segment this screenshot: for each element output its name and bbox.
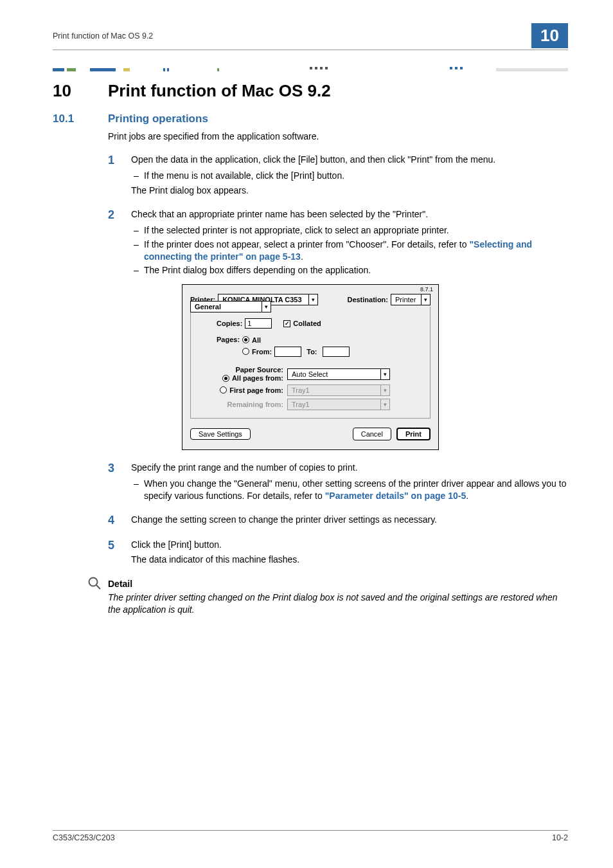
section-heading: 10Print function of Mac OS 9.2 bbox=[53, 81, 568, 101]
header-rule bbox=[53, 50, 568, 50]
subsection-title: Printing operations bbox=[108, 113, 208, 125]
step-2: 2 Check that an appropriate printer name… bbox=[108, 208, 568, 276]
updown-icon: ▾ bbox=[380, 399, 389, 410]
updown-icon: ▾ bbox=[380, 369, 389, 379]
step-1: 1 Open the data in the application, clic… bbox=[108, 154, 568, 197]
page-footer: C353/C253/C203 10-2 bbox=[53, 830, 568, 842]
paper-source-all-label: Paper Source: All pages from: bbox=[197, 366, 287, 383]
step-4-number: 4 bbox=[108, 514, 131, 527]
svg-point-0 bbox=[89, 577, 98, 586]
step-4-text: Change the setting screen to change the … bbox=[131, 514, 568, 526]
detail-title: Detail bbox=[108, 579, 568, 589]
pages-to-label: To: bbox=[306, 348, 317, 356]
section-title: Print function of Mac OS 9.2 bbox=[108, 81, 331, 100]
footer-right: 10-2 bbox=[552, 833, 568, 842]
step-5: 5 Click the [Print] button. The data ind… bbox=[108, 539, 568, 566]
step-5-number: 5 bbox=[108, 539, 131, 566]
destination-label: Destination: bbox=[347, 296, 388, 303]
all-pages-popup[interactable]: Auto Select▾ bbox=[287, 368, 390, 380]
subsection-heading: 10.1Printing operations bbox=[53, 113, 568, 125]
step-3-number: 3 bbox=[108, 462, 131, 502]
pages-label: Pages: bbox=[217, 336, 240, 343]
updown-icon: ▾ bbox=[262, 302, 271, 312]
detail-text: The printer driver setting changed on th… bbox=[108, 592, 568, 616]
first-page-popup: Tray1▾ bbox=[287, 384, 390, 396]
step-2-bullet-1: If the selected printer is not appropria… bbox=[131, 224, 568, 237]
cancel-button[interactable]: Cancel bbox=[353, 428, 391, 440]
step-2-number: 2 bbox=[108, 208, 131, 276]
step-3-bullet-1: When you change the "General" menu, othe… bbox=[131, 478, 568, 502]
decoration-bar bbox=[53, 64, 568, 75]
pages-all-radio[interactable]: All bbox=[242, 336, 261, 344]
footer-left: C353/C253/C203 bbox=[53, 833, 115, 842]
step-1-plain-1: The Print dialog box appears. bbox=[131, 185, 568, 197]
step-3: 3 Specify the print range and the number… bbox=[108, 462, 568, 502]
updown-icon: ▾ bbox=[421, 294, 430, 305]
dialog-version: 8.7.1 bbox=[420, 286, 433, 293]
step-2-bullet-3: The Print dialog box differs depending o… bbox=[131, 264, 568, 276]
step-3-text: Specify the print range and the number o… bbox=[131, 462, 568, 474]
first-page-label: First page from: bbox=[197, 386, 287, 395]
copies-input[interactable] bbox=[245, 318, 272, 329]
intro-text: Print jobs are specified from the applic… bbox=[108, 131, 568, 142]
remaining-from-popup: Tray1▾ bbox=[287, 399, 390, 410]
step-1-bullet-1: If the menu is not available, click the … bbox=[131, 170, 568, 182]
general-group: General▾ Copies: ✓Collated Pages: All Fr… bbox=[190, 307, 431, 419]
page: Print function of Mac OS 9.2 10 10Print … bbox=[0, 0, 613, 868]
step-2-text: Check that an appropriate printer name h… bbox=[131, 208, 568, 221]
svg-line-1 bbox=[96, 585, 100, 589]
detail-note: Detail The printer driver setting change… bbox=[108, 579, 568, 616]
print-dialog: 8.7.1 Printer: KONICA MINOLTA C353▾ Dest… bbox=[182, 284, 439, 450]
save-settings-button[interactable]: Save Settings bbox=[190, 428, 251, 440]
chapter-badge: 10 bbox=[531, 23, 568, 48]
updown-icon: ▾ bbox=[308, 294, 317, 305]
step-2-bullet-2: If the printer does not appear, select a… bbox=[131, 239, 568, 263]
collated-checkbox[interactable]: ✓Collated bbox=[283, 320, 321, 327]
section-number: 10 bbox=[53, 81, 108, 101]
running-header: Print function of Mac OS 9.2 10 bbox=[53, 23, 568, 48]
check-icon: ✓ bbox=[283, 320, 290, 327]
step-1-number: 1 bbox=[108, 154, 131, 197]
print-button[interactable]: Print bbox=[396, 428, 431, 440]
subsection-number: 10.1 bbox=[53, 113, 108, 125]
copies-label: Copies: bbox=[217, 320, 242, 327]
updown-icon: ▾ bbox=[380, 385, 389, 395]
step-5-text: Click the [Print] button. bbox=[131, 539, 568, 551]
panel-popup[interactable]: General▾ bbox=[190, 301, 271, 312]
pages-from-input[interactable] bbox=[274, 347, 301, 357]
destination-popup[interactable]: Printer▾ bbox=[391, 294, 431, 305]
link-parameter-details[interactable]: "Parameter details" on page 10-5 bbox=[325, 491, 466, 501]
pages-from-radio[interactable]: From: To: bbox=[242, 347, 349, 357]
step-5-plain-1: The data indicator of this machine flash… bbox=[131, 554, 568, 566]
step-1-text: Open the data in the application, click … bbox=[131, 154, 568, 166]
pages-to-input[interactable] bbox=[323, 347, 350, 357]
paper-source-all-radio[interactable]: All pages from: bbox=[222, 374, 283, 382]
step-4: 4 Change the setting screen to change th… bbox=[108, 514, 568, 527]
remaining-from-label: Remaining from: bbox=[197, 401, 287, 408]
magnifier-icon bbox=[87, 576, 102, 593]
paper-source-first-radio[interactable]: First page from: bbox=[220, 386, 283, 394]
running-title: Print function of Mac OS 9.2 bbox=[53, 32, 153, 41]
